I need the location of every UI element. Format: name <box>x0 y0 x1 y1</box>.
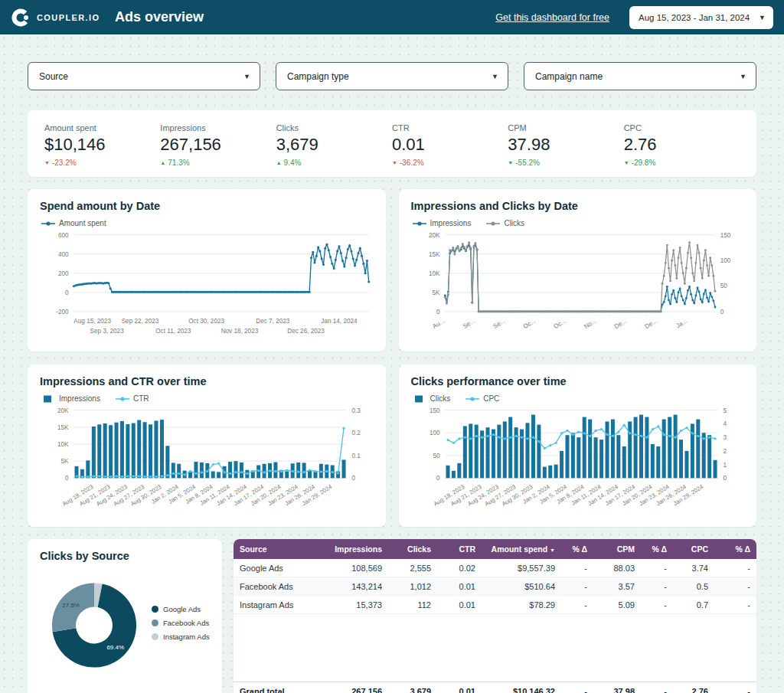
svg-text:Se...: Se... <box>462 317 476 330</box>
legend-label: Instagram Ads <box>163 633 210 641</box>
table-cell: 5.09 <box>593 596 641 614</box>
legend-dot-icon <box>152 619 158 626</box>
legend-line-icon <box>116 395 129 403</box>
column-header-impressions[interactable]: Impressions <box>310 539 388 559</box>
filter-campaign-type[interactable]: Campaign type▼ <box>276 62 508 90</box>
legend-label: CPC <box>483 394 499 403</box>
chart-title: Impressions and Clicks by Date <box>411 200 745 212</box>
kpi-value: 3,679 <box>276 135 392 155</box>
chart-legend: ImpressionsClicks <box>411 219 745 227</box>
column-header-[interactable]: % Δ <box>561 539 593 559</box>
kpi-delta: ▼-29.8% <box>624 159 740 167</box>
svg-text:3: 3 <box>723 434 727 441</box>
legend-facebook-ads: Facebook Ads <box>152 619 210 627</box>
table-cell: - <box>641 596 673 614</box>
svg-text:69.4%: 69.4% <box>106 644 124 651</box>
legend-line-icon <box>41 220 55 227</box>
svg-text:0.3: 0.3 <box>352 407 361 414</box>
svg-text:Se...: Se... <box>492 317 506 330</box>
legend-line-icon <box>413 220 426 227</box>
svg-text:4: 4 <box>723 420 727 427</box>
chart-title: Clicks performance over time <box>411 375 745 387</box>
filter-campaign-name[interactable]: Campaign name▼ <box>524 62 756 90</box>
svg-text:Oc...: Oc... <box>552 317 567 330</box>
legend-impressions: Impressions <box>413 219 472 227</box>
legend-instagram-ads: Instagram Ads <box>152 633 210 641</box>
table-cell: - <box>714 682 756 693</box>
table-cell: 0.5 <box>673 577 714 596</box>
table-cell: Grand total <box>234 682 310 693</box>
spend-by-date-chart: -2000200400600Aug 15, 2023Sep 3, 2023Sep… <box>40 229 374 348</box>
filter-label: Campaign type <box>287 71 349 82</box>
bottom-row: Clicks by Source 69.4%27.5% Google AdsFa… <box>0 539 784 693</box>
column-header-cpc[interactable]: CPC <box>673 539 714 559</box>
kpi-amount-spent: Amount spent$10,146▼-23.2% <box>44 123 160 167</box>
svg-text:0: 0 <box>436 475 440 482</box>
column-header-[interactable]: % Δ <box>714 539 756 559</box>
column-header-clicks[interactable]: Clicks <box>388 539 437 559</box>
filter-bar: Source▼Campaign type▼Campaign name▼ <box>0 62 784 90</box>
legend-dot-icon <box>152 633 158 640</box>
legend-label: Facebook Ads <box>163 619 209 627</box>
svg-text:1: 1 <box>723 462 727 469</box>
kpi-delta-value: 9.4% <box>284 159 302 167</box>
legend-square-icon <box>41 395 55 403</box>
legend-clicks: Clicks <box>486 219 524 227</box>
table-cell: - <box>714 596 756 614</box>
column-header-amount-spend[interactable]: Amount spend▼ <box>482 539 561 559</box>
table-spacer <box>234 614 756 682</box>
arrow-down-icon: ▼ <box>624 160 629 165</box>
table-cell: $9,557.39 <box>482 559 561 577</box>
kpi-value: 2.76 <box>624 135 740 155</box>
svg-text:0.2: 0.2 <box>352 430 361 436</box>
table-cell: $510.64 <box>482 577 561 596</box>
get-dashboard-link[interactable]: Get this dashboard for free <box>495 12 609 23</box>
page-title: Ads overview <box>115 9 204 25</box>
table-header-row: SourceImpressionsClicksCTRAmount spend▼%… <box>234 539 756 559</box>
svg-text:20K: 20K <box>57 407 69 414</box>
chart-legend: ClicksCPC <box>411 394 745 403</box>
svg-text:Oct 11, 2023: Oct 11, 2023 <box>155 328 191 335</box>
column-header-ctr[interactable]: CTR <box>437 539 482 559</box>
kpi-cpm: CPM37.98▼-55.2% <box>508 123 623 167</box>
filter-source[interactable]: Source▼ <box>28 62 260 90</box>
kpi-label: CTR <box>392 123 508 132</box>
table-cell: 0.01 <box>437 682 482 693</box>
kpi-label: Amount spent <box>44 123 160 132</box>
table-cell: - <box>714 559 756 577</box>
kpi-delta: ▼-36.2% <box>392 159 508 167</box>
svg-text:100: 100 <box>429 430 439 436</box>
table-cell: 3,679 <box>388 682 437 693</box>
column-header-[interactable]: % Δ <box>641 539 673 559</box>
svg-text:0: 0 <box>65 289 69 296</box>
table-cell: 2,555 <box>388 559 437 577</box>
svg-text:0: 0 <box>65 475 69 482</box>
date-range-picker[interactable]: Aug 15, 2023 - Jan 31, 2024 ▼ <box>629 6 773 29</box>
table-cell: - <box>561 559 593 577</box>
kpi-label: CPC <box>624 123 740 132</box>
clicks-performance-chart: 050100150012345Aug 18, 2023Aug 21, 2023A… <box>411 404 745 524</box>
kpi-label: Impressions <box>160 123 276 132</box>
table-cell: 1,012 <box>388 577 437 596</box>
kpi-value: 37.98 <box>508 135 623 155</box>
svg-text:5: 5 <box>723 407 727 414</box>
kpi-ctr: CTR0.01▼-36.2% <box>392 123 508 167</box>
svg-text:De...: De... <box>612 317 627 330</box>
table-cell: 0.02 <box>437 559 482 577</box>
legend-cpc: CPC <box>466 394 499 403</box>
svg-text:0: 0 <box>436 309 440 315</box>
chevron-down-icon: ▼ <box>492 73 498 80</box>
table-cell: $78.29 <box>482 596 561 614</box>
column-header-cpm[interactable]: CPM <box>593 539 641 559</box>
table-cell: 0.01 <box>437 596 482 614</box>
svg-text:0: 0 <box>723 475 727 482</box>
table-cell: - <box>561 682 593 693</box>
table-cell: - <box>641 577 673 596</box>
legend-label: Clicks <box>504 219 524 227</box>
svg-text:De...: De... <box>643 317 658 330</box>
impressions-ctr-card: Impressions and CTR over time Impression… <box>28 364 386 527</box>
table-cell: 0.7 <box>673 596 714 614</box>
svg-text:5K: 5K <box>432 289 440 296</box>
column-header-source[interactable]: Source <box>234 539 310 559</box>
legend-google-ads: Google Ads <box>152 605 210 613</box>
